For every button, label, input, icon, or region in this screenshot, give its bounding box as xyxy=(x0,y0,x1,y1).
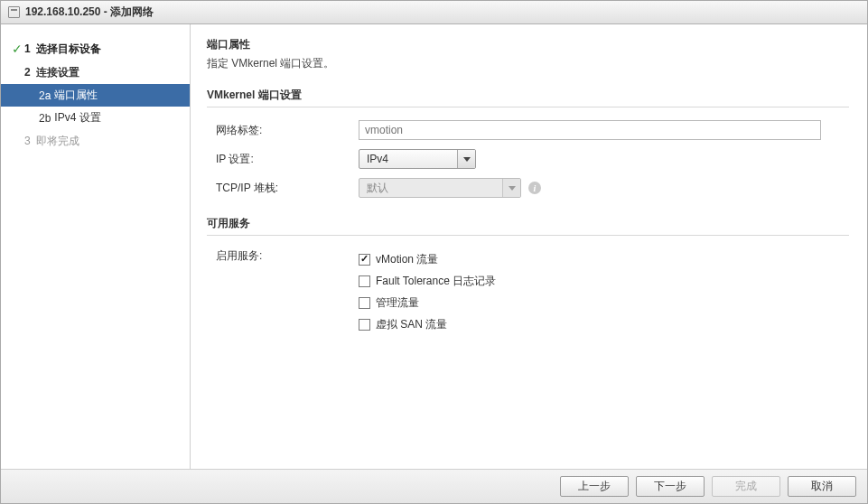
dropdown-button[interactable] xyxy=(457,150,475,168)
dropdown-button xyxy=(502,179,520,197)
step-3-ready-to-complete: 3 即将完成 xyxy=(1,129,190,153)
step-2b-ipv4-settings[interactable]: 2b IPv4 设置 xyxy=(1,107,190,129)
step-label: 选择目标设备 xyxy=(36,42,101,57)
section-port-settings-heading: VMkernel 端口设置 xyxy=(207,88,849,107)
checkbox[interactable] xyxy=(359,275,370,287)
page-title: 端口属性 xyxy=(207,37,849,52)
label-ip-settings: IP 设置: xyxy=(207,152,359,167)
row-tcpip-stack: TCP/IP 堆栈: 默认 i xyxy=(207,174,849,201)
titlebar: 192.168.10.250 - 添加网络 xyxy=(1,1,867,24)
cancel-button[interactable]: 取消 xyxy=(788,476,856,497)
step-label: 即将完成 xyxy=(36,134,79,149)
step-number: 1 xyxy=(24,42,31,55)
step-number: 3 xyxy=(24,135,31,147)
finish-button: 完成 xyxy=(712,476,780,497)
step-number: 2 xyxy=(24,66,31,79)
wizard-sidebar: ✓ 1 选择目标设备 2 连接设置 2a 端口属性 2b IPv4 设置 3 即… xyxy=(1,24,191,469)
ip-settings-select[interactable]: IPv4 xyxy=(359,149,476,169)
substep-number: 2a xyxy=(39,89,51,102)
content-pane: 端口属性 指定 VMkernel 端口设置。 VMkernel 端口设置 网络标… xyxy=(191,24,867,469)
window-title: 192.168.10.250 - 添加网络 xyxy=(25,5,154,20)
checkbox[interactable] xyxy=(359,254,370,266)
service-management-traffic[interactable]: 管理流量 xyxy=(359,292,849,313)
chevron-down-icon xyxy=(463,157,471,162)
info-icon[interactable]: i xyxy=(528,182,541,194)
step-1-select-target[interactable]: ✓ 1 选择目标设备 xyxy=(1,37,190,61)
back-button[interactable]: 上一步 xyxy=(560,476,629,497)
chevron-down-icon xyxy=(509,186,516,191)
substep-label: 端口属性 xyxy=(54,88,98,103)
network-label-input[interactable] xyxy=(359,120,821,140)
checkbox[interactable] xyxy=(359,297,370,309)
step-2a-port-properties[interactable]: 2a 端口属性 xyxy=(1,84,190,107)
checkbox[interactable] xyxy=(359,319,370,331)
row-enable-services: 启用服务: vMotion 流量 Fault Tolerance 日志记录 管理… xyxy=(207,245,849,335)
footer: 上一步 下一步 完成 取消 xyxy=(1,469,867,503)
row-network-label: 网络标签: xyxy=(207,117,849,144)
host-icon xyxy=(8,6,20,18)
step-2-connection-settings[interactable]: 2 连接设置 xyxy=(1,61,190,84)
substep-label: IPv4 设置 xyxy=(54,110,100,126)
body: ✓ 1 选择目标设备 2 连接设置 2a 端口属性 2b IPv4 设置 3 即… xyxy=(1,24,867,469)
substep-number: 2b xyxy=(39,112,51,125)
ip-settings-value: IPv4 xyxy=(359,150,457,168)
label-tcpip-stack: TCP/IP 堆栈: xyxy=(207,181,359,196)
checkbox-label: 管理流量 xyxy=(376,295,419,311)
service-vsan-traffic[interactable]: 虚拟 SAN 流量 xyxy=(359,313,849,335)
tcpip-stack-select: 默认 xyxy=(359,178,521,198)
step-label: 连接设置 xyxy=(36,65,79,80)
checkbox-label: vMotion 流量 xyxy=(376,252,438,267)
section-services-heading: 可用服务 xyxy=(207,216,849,236)
next-button[interactable]: 下一步 xyxy=(636,476,705,497)
tcpip-stack-value: 默认 xyxy=(359,179,502,197)
label-network-label: 网络标签: xyxy=(207,123,359,138)
checkbox-label: 虚拟 SAN 流量 xyxy=(376,317,447,332)
service-vmotion-traffic[interactable]: vMotion 流量 xyxy=(359,248,849,270)
service-fault-tolerance-logging[interactable]: Fault Tolerance 日志记录 xyxy=(359,270,849,292)
page-subtitle: 指定 VMkernel 端口设置。 xyxy=(207,56,849,71)
checkbox-label: Fault Tolerance 日志记录 xyxy=(376,274,496,289)
row-ip-settings: IP 设置: IPv4 xyxy=(207,145,849,173)
label-enable-services: 启用服务: xyxy=(207,248,359,264)
check-icon: ✓ xyxy=(10,42,24,56)
